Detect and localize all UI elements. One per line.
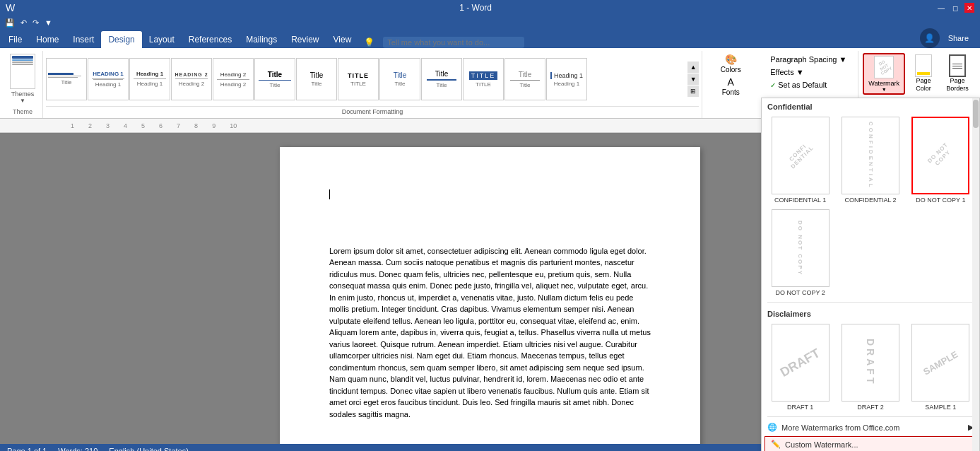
style-heading2b[interactable]: Heading 2 Heading 2 xyxy=(213,58,254,100)
confidential-grid: CONFIDENTIAL CONFIDENTIAL 1 CONFIDENTIAL… xyxy=(762,114,979,206)
doc-formatting-label: Document Formatting xyxy=(46,106,699,117)
sample-1-item[interactable]: SAMPLE SAMPLE 1 xyxy=(908,324,974,411)
themes-items: Themes ▼ xyxy=(7,52,38,117)
do-not-copy-1-item[interactable]: DO NOTCOPY DO NOT COPY 1 xyxy=(908,117,974,204)
text-cursor xyxy=(329,189,330,199)
style-heading1c[interactable]: Heading 1 Heading 1 xyxy=(546,58,587,100)
themes-button[interactable]: Themes ▼ xyxy=(7,52,38,105)
draft-2-item[interactable]: DRAFT DRAFT 2 xyxy=(837,324,903,411)
styles-scroll: ▲ ▼ ⊞ xyxy=(687,62,699,97)
tab-home[interactable]: Home xyxy=(29,31,66,48)
style-normal[interactable]: Title xyxy=(46,58,87,100)
confidential-1-thumb: CONFIDENTIAL xyxy=(772,117,830,194)
custom-watermark-label: Custom Watermark... xyxy=(785,440,858,449)
language: English (United States) xyxy=(109,447,189,451)
document-body: Lorem ipsum dolor sit amet, consectetuer… xyxy=(329,245,651,421)
set-as-default-button[interactable]: ✓ Set as Default xyxy=(767,79,849,90)
close-button[interactable]: ✕ xyxy=(964,3,974,13)
draft-1-label: DRAFT 1 xyxy=(787,404,813,411)
sample-1-label: SAMPLE 1 xyxy=(925,404,956,411)
tab-mailings[interactable]: Mailings xyxy=(239,31,284,48)
disclaimers-section-title: Disclaimers xyxy=(762,305,979,321)
style-title-d[interactable]: Title Title xyxy=(421,58,462,100)
minimize-button[interactable]: ― xyxy=(936,3,946,13)
style-title-c[interactable]: Title Title xyxy=(379,58,420,100)
themes-group-label: Theme xyxy=(13,108,33,115)
tab-insert[interactable]: Insert xyxy=(66,31,101,48)
ribbon-tabs: File Home Insert Design Layout Reference… xyxy=(0,30,980,48)
watermark-button[interactable]: DONOTCOPY Watermark ▼ xyxy=(863,53,905,95)
do-not-copy-2-label: DO NOT COPY 2 xyxy=(776,289,825,296)
quick-access-toolbar: 💾 ↶ ↷ ▼ xyxy=(0,16,980,30)
page-color-button[interactable]: PageColor xyxy=(908,53,939,94)
tell-me-input[interactable] xyxy=(383,37,524,48)
page-borders-button[interactable]: PageBorders xyxy=(942,53,973,94)
set-as-default-label: Set as Default xyxy=(778,81,827,89)
avatar: 👤 xyxy=(920,28,940,48)
page-info: Page 1 of 1 xyxy=(7,447,47,451)
title-bar: W 1 - Word ― ◻ ✕ xyxy=(0,0,980,16)
document-formatting-group: Title HEADING 1 Heading 1 Heading 1 Head… xyxy=(43,51,702,118)
tab-file[interactable]: File xyxy=(1,31,29,48)
fonts-label: Fonts xyxy=(722,88,740,96)
draft-2-thumb: DRAFT xyxy=(842,324,899,402)
tab-view[interactable]: View xyxy=(326,31,359,48)
style-heading1a[interactable]: HEADING 1 Heading 1 xyxy=(88,58,129,100)
draft-1-item[interactable]: DRAFT DRAFT 1 xyxy=(767,324,833,411)
confidential-2-item[interactable]: CONFIDENTIAL CONFIDENTIAL 2 xyxy=(837,117,903,204)
confidential-1-item[interactable]: CONFIDENTIAL CONFIDENTIAL 1 xyxy=(767,117,833,204)
themes-group: Themes ▼ Theme xyxy=(3,51,43,118)
edit-icon: ✏️ xyxy=(771,440,781,449)
tab-layout[interactable]: Layout xyxy=(142,31,182,48)
tab-references[interactable]: References xyxy=(182,31,239,48)
document-page: Lorem ipsum dolor sit amet, consectetuer… xyxy=(280,147,700,444)
colors-button[interactable]: 🎨 Colors xyxy=(718,52,744,75)
style-title-e[interactable]: Title Title xyxy=(504,58,545,100)
styles-scroll-more[interactable]: ⊞ xyxy=(687,86,699,97)
style-heading2a[interactable]: HEADING 2 Heading 2 xyxy=(171,58,212,100)
confidential-2-thumb: CONFIDENTIAL xyxy=(842,117,899,194)
style-title-a[interactable]: Title Title xyxy=(254,58,295,100)
tab-design[interactable]: Design xyxy=(101,31,141,48)
style-title-caps2[interactable]: TITLE TITLE xyxy=(463,58,504,100)
paragraph-spacing-button[interactable]: Paragraph Spacing ▼ xyxy=(767,54,849,65)
style-heading1b[interactable]: Heading 1 Heading 1 xyxy=(129,58,170,100)
style-title-caps[interactable]: TITLE TITLE xyxy=(338,58,379,100)
custom-watermark-item[interactable]: ✏️ Custom Watermark... xyxy=(764,436,976,451)
wm-divider-1 xyxy=(767,302,974,303)
colors-label: Colors xyxy=(721,66,741,74)
confidential-section-title: Confidential xyxy=(762,98,979,114)
do-not-copy-2-grid: DO NOT COPY DO NOT COPY 2 xyxy=(762,206,979,299)
customize-qat-button[interactable]: ▼ xyxy=(42,17,54,28)
word-icon: W xyxy=(6,2,15,13)
draft-1-thumb: DRAFT xyxy=(772,324,830,402)
draft-2-label: DRAFT 2 xyxy=(857,404,883,411)
more-watermarks-item[interactable]: 🌐 More Watermarks from Office.com ▶ xyxy=(762,420,979,435)
fonts-button[interactable]: A Fonts xyxy=(719,75,743,98)
effects-arrow: ▼ xyxy=(796,68,804,76)
checkmark-icon: ✓ xyxy=(770,81,776,89)
styles-scroll-down[interactable]: ▼ xyxy=(687,74,699,85)
colors-fonts-items: 🎨 Colors A Fonts xyxy=(718,52,744,117)
restore-button[interactable]: ◻ xyxy=(950,3,960,13)
tab-review[interactable]: Review xyxy=(284,31,326,48)
paragraph-spacing-label: Paragraph Spacing xyxy=(770,55,837,64)
styles-thumbnails: Title HEADING 1 Heading 1 Heading 1 Head… xyxy=(46,58,685,100)
page-borders-icon xyxy=(949,54,966,77)
confidential-1-label: CONFIDENTIAL 1 xyxy=(774,197,826,204)
do-not-copy-2-item[interactable]: DO NOT COPY DO NOT COPY 2 xyxy=(767,209,833,296)
panel-scrollbar[interactable] xyxy=(972,98,979,451)
word-count: Words: 210 xyxy=(58,447,98,451)
confidential-2-label: CONFIDENTIAL 2 xyxy=(844,197,896,204)
style-title-b[interactable]: Title Title xyxy=(296,58,337,100)
save-qat-button[interactable]: 💾 xyxy=(3,17,17,29)
undo-button[interactable]: ↶ xyxy=(18,17,29,29)
tell-me-area: 💡 xyxy=(358,37,919,48)
redo-button[interactable]: ↷ xyxy=(30,17,41,29)
styles-scroll-up[interactable]: ▲ xyxy=(687,62,699,73)
user-area: 👤 Share xyxy=(920,28,979,48)
share-button[interactable]: Share xyxy=(944,33,973,44)
title-bar-controls: ― ◻ ✕ xyxy=(936,3,974,13)
fonts-icon: A xyxy=(728,76,734,88)
effects-button[interactable]: Effects ▼ xyxy=(767,66,849,78)
